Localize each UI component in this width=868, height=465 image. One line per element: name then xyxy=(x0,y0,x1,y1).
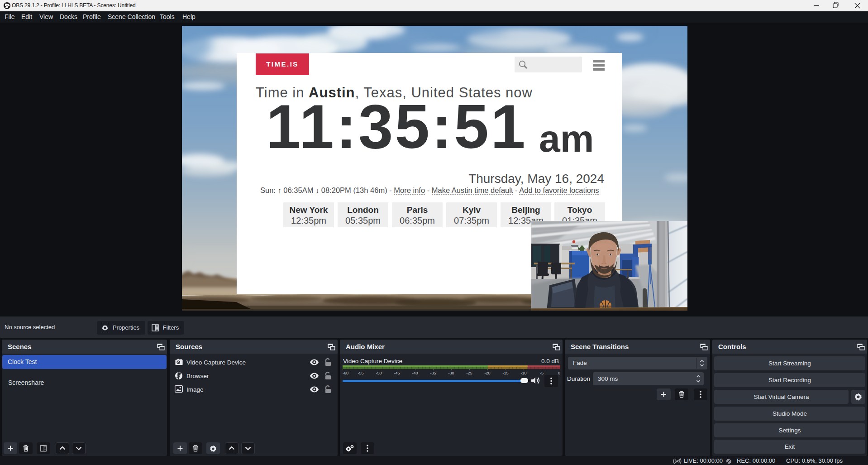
svg-text:-5: -5 xyxy=(540,371,544,375)
svg-text:-55: -55 xyxy=(358,371,363,375)
svg-text:-50: -50 xyxy=(376,371,382,375)
svg-text:-30: -30 xyxy=(448,371,454,375)
svg-text:-35: -35 xyxy=(430,371,436,375)
svg-text:-10: -10 xyxy=(520,371,526,375)
svg-text:-20: -20 xyxy=(484,371,490,375)
svg-text:-15: -15 xyxy=(502,371,508,375)
svg-text:-45: -45 xyxy=(394,371,400,375)
svg-text:-25: -25 xyxy=(466,371,472,375)
svg-text:-40: -40 xyxy=(412,371,418,375)
svg-text:-60: -60 xyxy=(343,371,348,375)
svg-text:0: 0 xyxy=(558,371,560,375)
